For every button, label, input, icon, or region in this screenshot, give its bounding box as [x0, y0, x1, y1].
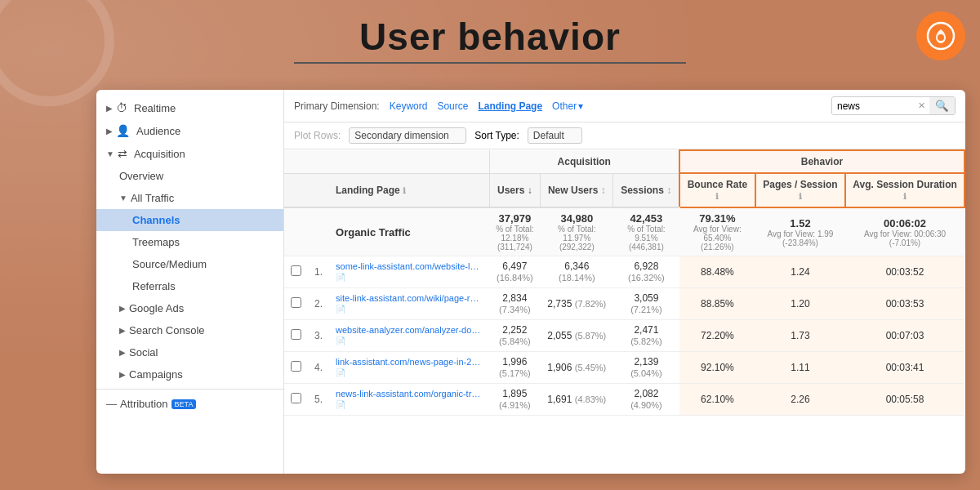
row-users: 6,497 (16.84%) [489, 256, 541, 288]
row-landing-page: news-link-assistant.com/organic-traffic-… [329, 384, 489, 416]
clear-search-button[interactable]: ✕ [914, 99, 929, 113]
bounce-rate-col-header[interactable]: Bounce Rate ℹ [679, 173, 755, 207]
search-input[interactable] [832, 98, 914, 114]
dim-keyword[interactable]: Keyword [390, 100, 428, 112]
total-bounce-rate: 79.31% Avg for View: 65.40% (21.26%) [679, 207, 755, 256]
sidebar-item-social[interactable]: ▶ Social [96, 341, 283, 363]
checkbox-col-header [284, 173, 308, 207]
person-icon: 👤 [116, 124, 130, 137]
num-col-header [308, 173, 329, 207]
row-bounce-rate: 88.85% [679, 288, 755, 320]
row-checkbox[interactable] [284, 384, 308, 416]
sort-icon: ↓ [528, 185, 532, 196]
landing-page-link[interactable]: news-link-assistant.com/organic-traffic-… [336, 389, 483, 399]
landing-page-link[interactable]: link-assistant.com/news-page-in-2020-202… [336, 357, 483, 367]
landing-page-col-header[interactable]: Landing Page ℹ [329, 173, 489, 207]
row-checkbox[interactable] [284, 256, 308, 288]
sidebar-item-overview[interactable]: Overview [96, 165, 283, 187]
page-icon: 📄 [336, 273, 345, 282]
sidebar-item-source-medium[interactable]: Source/Medium [96, 253, 283, 275]
arrow-icon: ▶ [106, 104, 113, 113]
sidebar-item-attribution[interactable]: — Attribution BETA [96, 393, 283, 415]
row-new-users: 1,906 (5.45%) [541, 352, 613, 384]
sidebar-item-realtime[interactable]: ▶ ⏱ Realtime [96, 96, 283, 119]
row-users: 1,895 (4.91%) [489, 384, 541, 416]
row-pages-session: 1.73 [755, 320, 845, 352]
sort-type-label: Sort Type: [474, 130, 519, 141]
row-bounce-rate: 62.10% [679, 384, 755, 416]
secondary-dimension-select[interactable]: Secondary dimension [349, 127, 466, 144]
new-users-col-header[interactable]: New Users ↕ [541, 173, 613, 207]
landing-page-link[interactable]: some-link-assistant.com/website-landing-… [336, 261, 483, 271]
sort-type-select[interactable]: Default [528, 127, 582, 144]
landing-page-link[interactable]: site-link-assistant.com/wiki/page-rank-s… [336, 293, 483, 303]
row-new-users: 2,055 (5.87%) [541, 320, 613, 352]
checkbox-spacer [284, 150, 489, 173]
sidebar: ▶ ⏱ Realtime ▶ 👤 Audience ▼ ⇄ Acquisitio… [96, 90, 284, 474]
table-row: 2. site-link-assistant.com/wiki/page-ran… [284, 288, 964, 320]
chevron-down-icon: ▾ [578, 100, 583, 112]
row-num: 5. [308, 384, 329, 416]
landing-page-link[interactable]: website-analyzer.com/analyzer-domains.ht… [336, 325, 483, 335]
total-users: 37,979 % of Total: 12.18% (311,724) [489, 207, 541, 256]
logo-circle [916, 11, 965, 60]
sort-icon: ↕ [601, 185, 606, 196]
sidebar-item-campaigns[interactable]: ▶ Campaigns [96, 363, 283, 385]
dim-source[interactable]: Source [437, 100, 468, 112]
avg-session-col-header[interactable]: Avg. Session Duration ℹ [845, 173, 964, 207]
bg-decoration [0, 0, 114, 106]
page-title: User behavior [0, 15, 980, 59]
row-sessions: 6,928 (16.32%) [613, 256, 679, 288]
sort-icon: ↕ [666, 185, 671, 196]
sidebar-item-search-console[interactable]: ▶ Search Console [96, 319, 283, 341]
dim-landing-page[interactable]: Landing Page [478, 100, 542, 112]
table-row: 4. link-assistant.com/news-page-in-2020-… [284, 352, 964, 384]
sidebar-label: Search Console [129, 324, 205, 336]
total-row: Organic Traffic 37,979 % of Total: 12.18… [284, 207, 964, 256]
sidebar-item-acquisition[interactable]: ▼ ⇄ Acquisition [96, 142, 283, 165]
row-users: 2,834 (7.34%) [489, 288, 541, 320]
total-new-users: 34,980 % of Total: 11.97% (292,322) [541, 207, 613, 256]
sidebar-item-audience[interactable]: ▶ 👤 Audience [96, 119, 283, 142]
row-checkbox[interactable] [284, 352, 308, 384]
total-label: Organic Traffic [329, 207, 489, 256]
sidebar-label: Campaigns [129, 368, 183, 381]
total-avg-session: 00:06:02 Avg for View: 00:06:30 (-7.01%) [845, 207, 964, 256]
row-landing-page: site-link-assistant.com/wiki/page-rank-s… [329, 288, 489, 320]
sidebar-label: Source/Medium [132, 258, 207, 270]
dim-other[interactable]: Other ▾ [552, 100, 583, 112]
search-button[interactable]: 🔍 [929, 97, 955, 114]
table-row: 5. news-link-assistant.com/organic-traff… [284, 384, 964, 416]
primary-dimension-label: Primary Dimension: [294, 100, 380, 112]
clock-icon: ⏱ [116, 101, 127, 114]
row-num: 2. [308, 288, 329, 320]
row-sessions: 3,059 (7.21%) [613, 288, 679, 320]
sidebar-item-treemaps[interactable]: Treemaps [96, 231, 283, 253]
sidebar-item-referrals[interactable]: Referrals [96, 275, 283, 297]
group-header-row: Acquisition Behavior [284, 150, 964, 173]
pages-session-col-header[interactable]: Pages / Session ℹ [755, 173, 845, 207]
acquisition-icon: ⇄ [118, 147, 127, 160]
toolbar-row2: Plot Rows: Secondary dimension Sort Type… [284, 122, 965, 149]
sidebar-item-google-ads[interactable]: ▶ Google Ads [96, 297, 283, 319]
sessions-col-header[interactable]: Sessions ↕ [613, 173, 679, 207]
row-num: 1. [308, 256, 329, 288]
arrow-icon: ▼ [119, 194, 127, 203]
row-sessions: 2,139 (5.04%) [613, 352, 679, 384]
row-checkbox[interactable] [284, 288, 308, 320]
sidebar-label: Audience [136, 125, 180, 137]
row-bounce-rate: 92.10% [679, 352, 755, 384]
arrow-icon: ▶ [119, 370, 126, 379]
data-table: Acquisition Behavior Landing Page ℹ [284, 149, 965, 416]
sidebar-item-channels[interactable]: Channels [96, 209, 283, 231]
sidebar-label: Channels [132, 214, 180, 226]
row-avg-session: 00:03:53 [845, 288, 964, 320]
sidebar-label: Attribution [120, 398, 168, 410]
info-icon: ℹ [903, 192, 906, 201]
row-checkbox[interactable] [284, 320, 308, 352]
sidebar-item-all-traffic[interactable]: ▼ All Traffic [96, 187, 283, 209]
row-users: 2,252 (5.84%) [489, 320, 541, 352]
row-pages-session: 2.26 [755, 384, 845, 416]
row-sessions: 2,471 (5.82%) [613, 320, 679, 352]
users-col-header[interactable]: Users ↓ [489, 173, 541, 207]
